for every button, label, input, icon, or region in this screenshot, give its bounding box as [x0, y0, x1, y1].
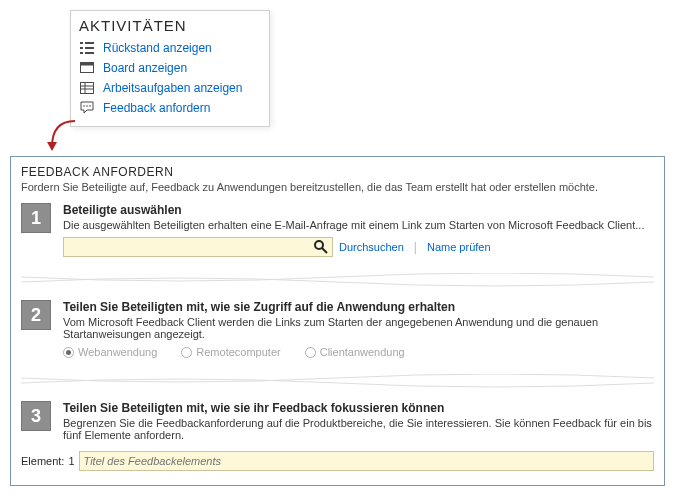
- svg-rect-4: [80, 52, 83, 54]
- svg-rect-2: [80, 47, 83, 49]
- step-3: 3 Teilen Sie Beteiligten mit, wie sie ih…: [21, 401, 654, 447]
- svg-point-14: [89, 105, 91, 107]
- svg-point-15: [315, 241, 323, 249]
- stakeholder-search-input[interactable]: [63, 237, 333, 257]
- step-1-desc: Die ausgewählten Beteiligten erhalten ei…: [63, 219, 654, 231]
- browse-link[interactable]: Durchsuchen: [339, 241, 404, 253]
- radio-label: Clientanwendung: [320, 346, 405, 358]
- backlog-icon: [79, 40, 95, 56]
- feedback-wizard: FEEDBACK ANFORDERN Fordern Sie Beteiligt…: [10, 156, 665, 486]
- radio-icon: [305, 347, 316, 358]
- radio-client[interactable]: Clientanwendung: [305, 346, 405, 358]
- svg-point-13: [86, 105, 88, 107]
- step-2-title: Teilen Sie Beteiligten mit, wie sie Zugr…: [63, 300, 654, 314]
- step-number: 2: [21, 300, 51, 330]
- svg-rect-8: [81, 83, 94, 94]
- svg-rect-3: [85, 47, 94, 49]
- feedback-icon: [79, 100, 95, 116]
- activity-item-board[interactable]: Board anzeigen: [79, 58, 261, 78]
- torn-separator: [21, 374, 654, 388]
- element-label: Element:: [21, 455, 64, 467]
- activity-item-label: Arbeitsaufgaben anzeigen: [103, 81, 242, 95]
- callout-arrow: [40, 117, 80, 157]
- activity-item-backlog[interactable]: Rückstand anzeigen: [79, 38, 261, 58]
- radio-icon: [181, 347, 192, 358]
- step-2: 2 Teilen Sie Beteiligten mit, wie sie Zu…: [21, 300, 654, 358]
- separator: |: [414, 240, 417, 254]
- step-number: 3: [21, 401, 51, 431]
- activities-list: Rückstand anzeigen Board anzeigen Ar: [79, 38, 261, 118]
- svg-rect-5: [85, 52, 94, 54]
- step-2-desc: Vom Microsoft Feedback Client werden die…: [63, 316, 654, 340]
- radio-label: Webanwendung: [78, 346, 157, 358]
- activity-item-label: Rückstand anzeigen: [103, 41, 212, 55]
- workitems-icon: [79, 80, 95, 96]
- activity-item-feedback[interactable]: Feedback anfordern: [79, 98, 261, 118]
- activity-item-label: Feedback anfordern: [103, 101, 210, 115]
- search-icon[interactable]: [313, 239, 329, 255]
- svg-rect-1: [85, 42, 94, 44]
- step-3-desc: Begrenzen Sie die Feedbackanforderung au…: [63, 417, 654, 441]
- svg-rect-0: [80, 42, 83, 44]
- app-type-radio-group: Webanwendung Remotecomputer Clientanwend…: [63, 346, 654, 358]
- activity-item-label: Board anzeigen: [103, 61, 187, 75]
- radio-remote[interactable]: Remotecomputer: [181, 346, 280, 358]
- svg-point-12: [83, 105, 85, 107]
- torn-separator: [21, 273, 654, 287]
- radio-web[interactable]: Webanwendung: [63, 346, 157, 358]
- element-row: Element: 1: [21, 451, 654, 471]
- element-title-input[interactable]: [79, 451, 654, 471]
- svg-line-16: [322, 248, 327, 253]
- activities-panel: AKTIVITÄTEN Rückstand anzeigen Board anz…: [70, 10, 270, 127]
- board-icon: [79, 60, 95, 76]
- activities-title: AKTIVITÄTEN: [79, 17, 261, 34]
- feedback-wizard-intro: Fordern Sie Beteiligte auf, Feedback zu …: [21, 181, 654, 193]
- step-number: 1: [21, 203, 51, 233]
- check-name-link[interactable]: Name prüfen: [427, 241, 491, 253]
- step-3-title: Teilen Sie Beteiligten mit, wie sie ihr …: [63, 401, 654, 415]
- feedback-wizard-title: FEEDBACK ANFORDERN: [21, 165, 654, 179]
- step-1-title: Beteiligte auswählen: [63, 203, 654, 217]
- radio-icon: [63, 347, 74, 358]
- svg-rect-7: [81, 63, 94, 66]
- step-1: 1 Beteiligte auswählen Die ausgewählten …: [21, 203, 654, 257]
- radio-label: Remotecomputer: [196, 346, 280, 358]
- activity-item-workitems[interactable]: Arbeitsaufgaben anzeigen: [79, 78, 261, 98]
- element-index: 1: [68, 455, 74, 467]
